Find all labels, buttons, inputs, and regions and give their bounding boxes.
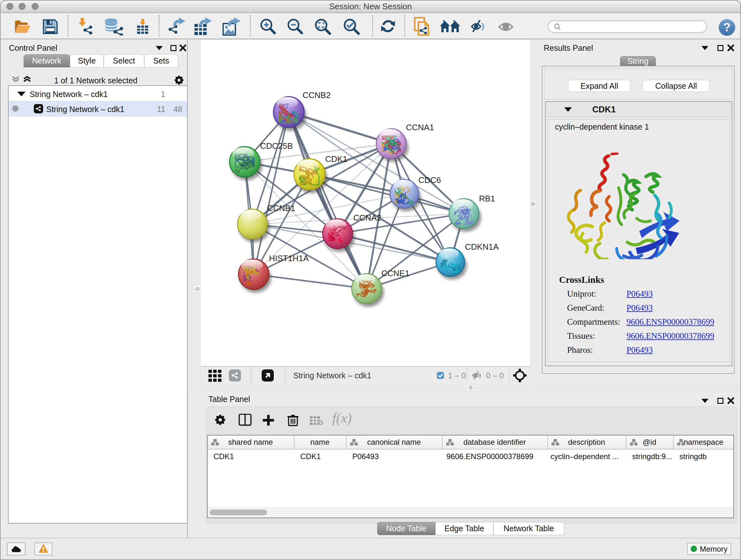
svg-text:CCNB2: CCNB2	[302, 90, 331, 100]
svg-text:CCNB1: CCNB1	[267, 203, 295, 213]
svg-text:CDC25B: CDC25B	[260, 141, 293, 151]
svg-text:CCNE1: CCNE1	[381, 268, 409, 278]
svg-text:CCNA2: CCNA2	[353, 213, 381, 223]
svg-text:HIST1H1A: HIST1H1A	[269, 253, 309, 263]
svg-text:CDK1: CDK1	[325, 154, 347, 164]
svg-text:CDC6: CDC6	[418, 175, 441, 185]
svg-text:CCNA1: CCNA1	[406, 123, 434, 132]
svg-text:RB1: RB1	[479, 194, 495, 203]
svg-text:CDKN1A: CDKN1A	[465, 242, 499, 252]
